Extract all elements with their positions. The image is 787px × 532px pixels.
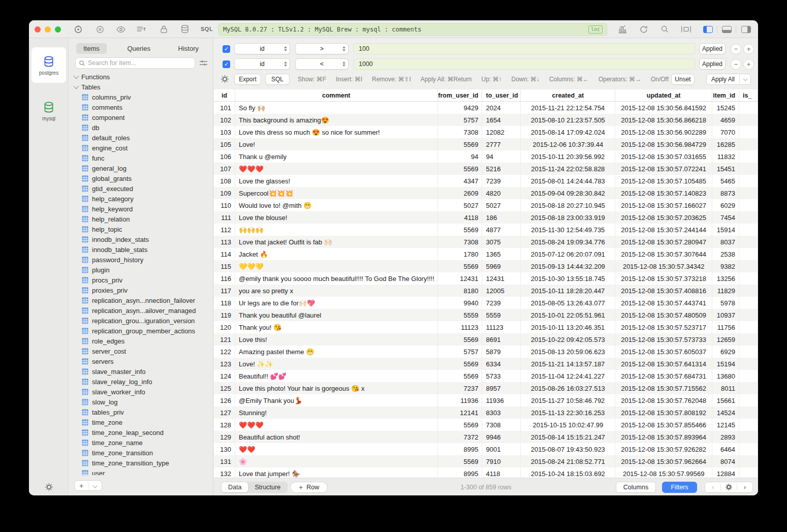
cell-item_id[interactable]: 11829 [712, 285, 739, 297]
cell-comment[interactable]: Love this! [235, 333, 438, 346]
cell-id[interactable]: 102 [214, 114, 235, 126]
cell-from_user_id[interactable]: 8180 [438, 285, 483, 297]
zoom-window-button[interactable] [55, 26, 61, 33]
cell-is_[interactable] [739, 333, 758, 346]
cell-is_[interactable] [739, 346, 758, 358]
toggle-left-panel-icon[interactable] [702, 23, 714, 36]
cell-from_user_id[interactable]: 7308 [438, 236, 483, 248]
cell-updated_at[interactable]: 2015-12-08 15:30:57.203625 [615, 211, 712, 224]
table-row[interactable]: 127Stunning!1214183032015-11-13 22:30:16… [214, 406, 758, 419]
cell-comment[interactable]: ❤️❤️❤️ [235, 163, 438, 175]
cell-updated_at[interactable]: 2015-12-08 15:30:56.866218 [615, 114, 712, 126]
cell-created_at[interactable]: 2015-10-11 20:39:56.992 [521, 150, 615, 163]
cell-is_[interactable] [739, 394, 758, 406]
cell-to_user_id[interactable]: 7239 [482, 297, 521, 309]
cell-from_user_id[interactable]: 5569 [438, 163, 483, 175]
cell-item_id[interactable]: 13256 [712, 272, 739, 285]
cell-to_user_id[interactable]: 12005 [482, 285, 521, 297]
search-icon[interactable] [658, 23, 671, 36]
cell-is_[interactable] [739, 187, 758, 199]
cell-created_at[interactable]: 2015-11-30 12:54:49.735 [521, 224, 615, 236]
cell-item_id[interactable]: 2538 [712, 248, 739, 260]
cell-is_[interactable] [739, 321, 758, 333]
cell-created_at[interactable]: 2015-11-21 14:13:57.187 [521, 358, 615, 370]
cell-id[interactable]: 101 [214, 102, 235, 114]
cell-comment[interactable]: Jacket 🔥 [235, 248, 438, 260]
sql-button[interactable]: SQL [265, 74, 290, 85]
cell-is_[interactable] [739, 114, 758, 126]
cell-from_user_id[interactable]: 12431 [438, 272, 483, 285]
cell-from_user_id[interactable]: 9429 [438, 102, 483, 114]
cell-to_user_id[interactable]: 4820 [482, 187, 521, 199]
cell-to_user_id[interactable]: 12431 [482, 272, 521, 285]
cell-to_user_id[interactable]: 9001 [482, 443, 521, 455]
cell-from_user_id[interactable]: 12141 [438, 406, 483, 419]
cell-is_[interactable] [739, 260, 758, 272]
cell-comment[interactable]: So fly 🙌🏼 [235, 102, 438, 114]
sidebar-item-table[interactable]: time_zone_leap_second [69, 427, 213, 437]
sidebar-item-table[interactable]: gtid_executed [69, 183, 213, 194]
cell-to_user_id[interactable]: 7308 [482, 419, 521, 431]
cell-id[interactable]: 126 [214, 394, 235, 406]
cell-id[interactable]: 116 [214, 272, 235, 285]
sidebar-item-table[interactable]: func [69, 153, 213, 163]
connection-postgres[interactable]: postgres [32, 47, 66, 83]
connection-icon[interactable] [72, 23, 84, 36]
cell-created_at[interactable]: 2015-10-01 22:05:51.961 [521, 309, 615, 321]
search-input[interactable] [88, 59, 192, 67]
add-filter-button[interactable]: + [743, 44, 754, 54]
cell-from_user_id[interactable]: 5569 [438, 419, 483, 431]
table-row[interactable]: 131🌸556979102015-08-24 21:08:52.7712015-… [214, 455, 758, 467]
cell-to_user_id[interactable]: 7910 [482, 455, 521, 467]
cell-to_user_id[interactable]: 2024 [482, 102, 521, 114]
cell-is_[interactable] [739, 150, 758, 163]
database-icon[interactable] [179, 23, 191, 36]
cell-from_user_id[interactable]: 5757 [438, 114, 483, 126]
cell-id[interactable]: 108 [214, 175, 235, 187]
sidebar-item-table[interactable]: procs_priv [69, 275, 213, 285]
cell-id[interactable]: 120 [214, 321, 235, 333]
table-row[interactable]: 116@emily thank you soooo much beautiful… [214, 272, 758, 285]
chart-icon[interactable] [616, 23, 628, 36]
cell-from_user_id[interactable]: 9940 [438, 297, 483, 309]
cell-created_at[interactable]: 2015-11-21 22:12:54.754 [521, 102, 615, 114]
cell-from_user_id[interactable]: 5757 [438, 346, 483, 358]
filter-column-select[interactable]: id [234, 58, 290, 70]
sidebar-item-table[interactable]: time_zone_name [69, 437, 213, 448]
sidebar-item-table[interactable]: default_roles [69, 133, 213, 143]
sidebar-item-table[interactable]: slave_relay_log_info [69, 377, 213, 387]
cell-from_user_id[interactable]: 7237 [438, 382, 483, 394]
cell-created_at[interactable]: 2015-12-06 10:37:39.44 [521, 138, 615, 150]
cell-id[interactable]: 105 [214, 138, 235, 150]
refresh-icon[interactable] [638, 23, 650, 36]
filter-value-input[interactable] [354, 43, 696, 54]
cell-is_[interactable] [739, 431, 758, 443]
cell-id[interactable]: 119 [214, 309, 235, 321]
fit-columns-icon[interactable] [680, 23, 692, 36]
tab-items[interactable]: Items [76, 43, 107, 54]
cell-to_user_id[interactable]: 1365 [482, 248, 521, 260]
cell-to_user_id[interactable]: 6334 [482, 358, 521, 370]
cell-is_[interactable] [739, 419, 758, 431]
cell-updated_at[interactable]: 2015-12-08 15:30:57.105485 [615, 175, 712, 187]
table-row[interactable]: 103Love this dress so much 😍 so nice for… [214, 126, 758, 138]
cell-created_at[interactable]: 2015-08-18 23:00:33.919 [521, 211, 615, 224]
columns-button[interactable]: Columns [616, 482, 656, 493]
cell-created_at[interactable]: 2015-08-07 19:43:50.923 [521, 443, 615, 455]
cell-from_user_id[interactable]: 5027 [438, 199, 483, 211]
cell-updated_at[interactable]: 2015-12-08 15:30:57.480509 [615, 309, 712, 321]
column-header-item_id[interactable]: item_id [712, 89, 739, 101]
sidebar-item-table[interactable]: replication_grou...iguration_version [69, 316, 213, 326]
column-header-comment[interactable]: comment [235, 89, 438, 101]
cell-to_user_id[interactable]: 7239 [482, 175, 521, 187]
cell-item_id[interactable]: 15245 [712, 102, 739, 114]
filter-enabled-checkbox[interactable]: ✓ [223, 60, 230, 68]
cell-id[interactable]: 111 [214, 211, 235, 224]
filter-applied-button[interactable]: Applied [699, 58, 726, 70]
sidebar-search[interactable] [75, 57, 195, 69]
sidebar-item-table[interactable]: comments [69, 102, 213, 112]
cell-comment[interactable]: ❤️❤️ [235, 443, 438, 455]
cell-comment[interactable]: Love this photo! Your hair is gorgeous 😘… [235, 382, 438, 394]
table-row[interactable]: 117you are so pretty x8180120052015-10-1… [214, 285, 758, 297]
cell-is_[interactable] [739, 163, 758, 175]
